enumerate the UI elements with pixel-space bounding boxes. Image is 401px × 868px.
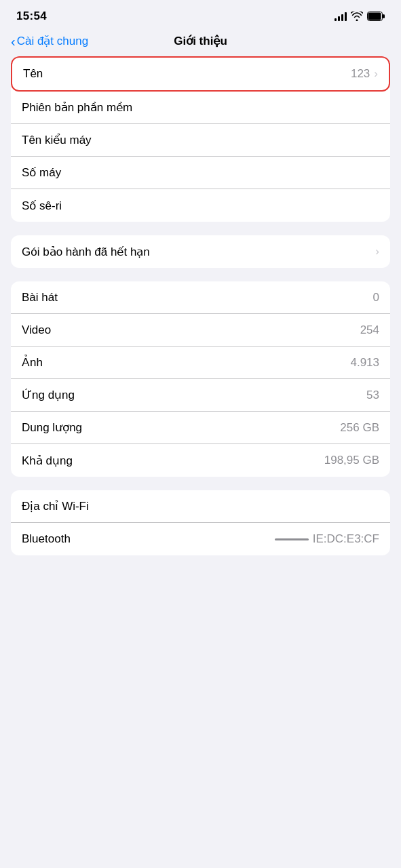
bao-hanh-chevron-icon: › [375, 245, 379, 258]
nav-title: Giới thiệu [174, 34, 227, 48]
phien-ban-label: Phiên bản phần mềm [22, 100, 132, 115]
dung-luong-value: 256 GB [340, 421, 379, 435]
bai-hat-label: Bài hát [22, 291, 58, 304]
bluetooth-address-text: IE:DC:E3:CF [313, 532, 379, 546]
wifi-address-label: Địa chỉ Wi-Fi [22, 499, 89, 513]
kha-dung-value-text: 198,95 GB [324, 454, 379, 467]
bluetooth-redacted [275, 538, 309, 540]
ten-value: 123 › [351, 67, 378, 81]
status-icons [335, 12, 385, 21]
bao-hanh-row[interactable]: Gói bảo hành đã hết hạn › [11, 235, 390, 268]
so-se-ri-label: Số sê-ri [22, 199, 62, 213]
bao-hanh-label: Gói bảo hành đã hết hạn [22, 245, 150, 259]
anh-value: 4.913 [350, 356, 379, 370]
svg-rect-2 [368, 13, 381, 20]
nav-back-button[interactable]: ‹ Cài đặt chung [11, 34, 88, 48]
anh-label: Ảnh [22, 355, 43, 370]
bluetooth-value: IE:DC:E3:CF [275, 532, 379, 546]
kha-dung-row[interactable]: Khả dụng 198,95 GB [11, 444, 390, 477]
section-1-group: Tên 123 › Phiên bản phần mềm Tên kiểu má… [11, 56, 390, 222]
section-4-group: Địa chỉ Wi-Fi Bluetooth IE:DC:E3:CF [11, 490, 390, 555]
bluetooth-row[interactable]: Bluetooth IE:DC:E3:CF [11, 523, 390, 555]
dung-luong-row[interactable]: Dung lượng 256 GB [11, 412, 390, 444]
signal-icon [335, 12, 347, 21]
so-may-label: Số máy [22, 165, 61, 180]
ten-row[interactable]: Tên 123 › [12, 58, 389, 90]
section-2: Gói bảo hành đã hết hạn › [11, 235, 390, 268]
bluetooth-label: Bluetooth [22, 532, 71, 546]
section-3: Bài hát 0 Video 254 Ảnh 4.913 Ứng dụng [11, 281, 390, 477]
wifi-address-row[interactable]: Địa chỉ Wi-Fi [11, 490, 390, 523]
nav-back-label: Cài đặt chung [17, 34, 88, 48]
nav-bar: ‹ Cài đặt chung Giới thiệu [0, 28, 401, 56]
anh-row[interactable]: Ảnh 4.913 [11, 347, 390, 379]
so-se-ri-row[interactable]: Số sê-ri [11, 189, 390, 222]
ten-value-text: 123 [351, 67, 370, 81]
bai-hat-row[interactable]: Bài hát 0 [11, 281, 390, 314]
ung-dung-label: Ứng dụng [22, 388, 75, 402]
ung-dung-value-text: 53 [366, 389, 379, 402]
back-chevron-icon: ‹ [11, 35, 16, 48]
ung-dung-value: 53 [366, 389, 379, 402]
content: Tên 123 › Phiên bản phần mềm Tên kiểu má… [0, 56, 401, 555]
video-label: Video [22, 323, 51, 337]
ten-kieu-may-row[interactable]: Tên kiểu máy [11, 124, 390, 157]
battery-icon [367, 12, 385, 21]
video-row[interactable]: Video 254 [11, 314, 390, 347]
section-3-group: Bài hát 0 Video 254 Ảnh 4.913 Ứng dụng [11, 281, 390, 477]
dung-luong-value-text: 256 GB [340, 421, 379, 435]
wifi-icon [351, 12, 363, 21]
video-value-text: 254 [360, 323, 379, 337]
dung-luong-label: Dung lượng [22, 420, 82, 435]
section-2-group: Gói bảo hành đã hết hạn › [11, 235, 390, 268]
anh-value-text: 4.913 [350, 356, 379, 370]
ten-row-wrapper: Tên 123 › [11, 56, 390, 92]
bao-hanh-value: › [375, 245, 379, 258]
svg-rect-1 [383, 14, 385, 18]
bai-hat-value: 0 [373, 291, 379, 304]
video-value: 254 [360, 323, 379, 337]
status-bar: 15:54 [0, 0, 401, 28]
status-time: 15:54 [16, 9, 47, 23]
section-1: Tên 123 › Phiên bản phần mềm Tên kiểu má… [11, 56, 390, 222]
ten-kieu-may-label: Tên kiểu máy [22, 133, 92, 147]
ten-chevron-icon: › [374, 67, 378, 81]
ung-dung-row[interactable]: Ứng dụng 53 [11, 379, 390, 412]
bai-hat-value-text: 0 [373, 291, 379, 304]
kha-dung-label: Khả dụng [22, 454, 73, 468]
ten-label: Tên [23, 67, 43, 81]
phien-ban-row[interactable]: Phiên bản phần mềm [11, 92, 390, 124]
kha-dung-value: 198,95 GB [324, 454, 379, 467]
so-may-row[interactable]: Số máy [11, 157, 390, 189]
section-4: Địa chỉ Wi-Fi Bluetooth IE:DC:E3:CF [11, 490, 390, 555]
